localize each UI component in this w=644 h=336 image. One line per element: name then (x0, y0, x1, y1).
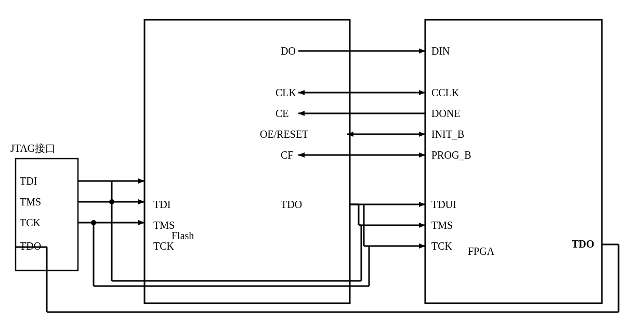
flash-tdi-in: TDI (153, 199, 170, 210)
flash-oe-reset: OE/RESET (260, 128, 308, 140)
svg-rect-2 (425, 20, 602, 303)
flash-tck-in: TCK (153, 240, 175, 252)
svg-marker-6 (419, 90, 425, 95)
svg-marker-17 (419, 202, 425, 207)
svg-marker-15 (298, 152, 305, 158)
svg-rect-1 (144, 20, 350, 303)
flash-do: DO (281, 45, 296, 57)
flash-ce: CE (275, 108, 289, 119)
fpga-cclk: CCLK (431, 87, 459, 98)
svg-marker-34 (138, 220, 144, 225)
fpga-tdo-out: TDO (572, 238, 594, 250)
svg-marker-25 (419, 243, 425, 249)
jtag-label: JTAG接口 (10, 143, 56, 154)
flash-tdo: TDO (281, 199, 302, 210)
jtag-tck: TCK (20, 217, 41, 228)
svg-marker-29 (138, 199, 144, 204)
jtag-tms: TMS (20, 196, 41, 208)
circuit-diagram: JTAG接口 TDI TMS TCK TDO Flash DO CLK CE O… (0, 0, 644, 336)
flash-clk: CLK (275, 87, 297, 98)
flash-tms-in: TMS (153, 219, 175, 231)
svg-marker-14 (419, 152, 425, 158)
fpga-tms-out: TMS (431, 219, 453, 231)
svg-marker-27 (138, 178, 144, 184)
fpga-init-b: INIT_B (431, 128, 464, 140)
fpga-tdui: TDUI (431, 199, 456, 210)
jtag-tdo: TDO (20, 240, 41, 252)
fpga-done: DONE (431, 108, 461, 119)
svg-marker-11 (419, 132, 425, 137)
svg-marker-21 (419, 223, 425, 228)
fpga-din: DIN (431, 45, 450, 57)
svg-marker-4 (419, 48, 425, 54)
jtag-tdi: TDI (20, 175, 37, 187)
flash-label: Flash (172, 230, 194, 241)
fpga-tck-out: TCK (431, 240, 453, 252)
fpga-label: FPGA (468, 245, 495, 257)
svg-marker-7 (298, 90, 305, 95)
svg-marker-9 (298, 111, 305, 116)
flash-cf: CF (281, 149, 293, 161)
fpga-prog-b: PROG_B (431, 149, 471, 161)
